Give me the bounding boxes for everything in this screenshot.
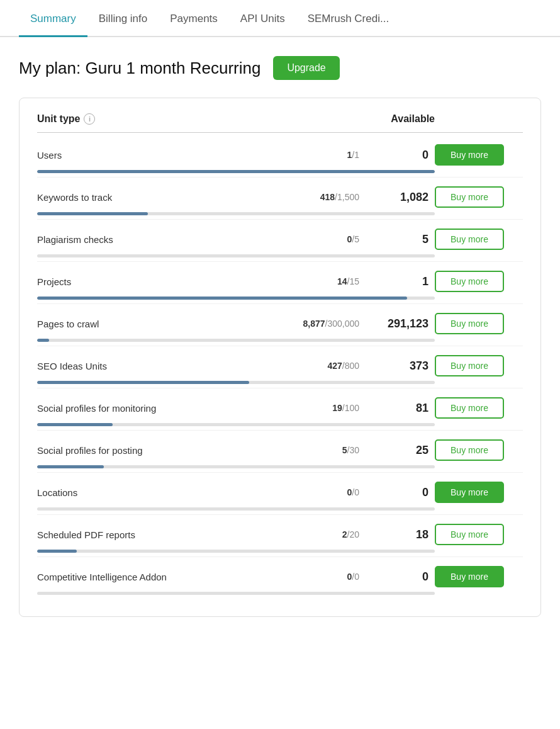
progress-bar-wrap <box>37 297 435 300</box>
col-unit-type: Unit type i <box>37 113 284 125</box>
buy-more-button[interactable]: Buy more <box>435 186 504 208</box>
unit-available: 373 <box>359 359 435 373</box>
buy-more-button[interactable]: Buy more <box>435 313 504 334</box>
unit-available: 0 <box>359 570 435 584</box>
buy-more-button[interactable]: Buy more <box>435 144 504 166</box>
unit-usage: 0/0 <box>284 572 359 582</box>
table-row: SEO Ideas Units 427/800 373 Buy more <box>37 346 523 388</box>
unit-name: Locations <box>37 487 284 498</box>
progress-bar-fill <box>37 465 104 468</box>
table-row: Social profiles for monitoring 19/100 81… <box>37 388 523 431</box>
progress-bar-wrap <box>37 592 435 595</box>
plan-header: My plan: Guru 1 month Recurring Upgrade <box>19 56 541 80</box>
rows-container: Users 1/1 0 Buy more Keywords to track 4… <box>37 135 523 599</box>
upgrade-button[interactable]: Upgrade <box>273 56 339 80</box>
progress-bar-wrap <box>37 465 435 468</box>
tabs-bar: SummaryBilling infoPaymentsAPI UnitsSEMr… <box>0 0 560 37</box>
buy-more-button[interactable]: Buy more <box>435 482 504 503</box>
table-row: Scheduled PDF reports 2/20 18 Buy more <box>37 515 523 557</box>
unit-available: 81 <box>359 402 435 415</box>
unit-available: 1,082 <box>359 191 435 204</box>
table-header: Unit type i Available <box>37 113 523 133</box>
page-content: My plan: Guru 1 month Recurring Upgrade … <box>0 37 560 636</box>
progress-bar-wrap <box>37 507 435 511</box>
buy-more-button[interactable]: Buy more <box>435 524 504 545</box>
table-row: Users 1/1 0 Buy more <box>37 135 523 178</box>
progress-bar-wrap <box>37 170 435 173</box>
unit-name: SEO Ideas Units <box>37 361 284 371</box>
unit-usage: 2/20 <box>284 529 359 540</box>
table-row: Projects 14/15 1 Buy more <box>37 262 523 304</box>
unit-usage: 0/0 <box>284 487 359 497</box>
progress-bar-fill <box>37 212 148 215</box>
unit-available: 5 <box>359 233 435 246</box>
progress-bar-wrap <box>37 381 435 384</box>
progress-bar-wrap <box>37 212 435 215</box>
unit-name: Social profiles for monitoring <box>37 403 284 414</box>
table-row: Plagiarism checks 0/5 5 Buy more <box>37 220 523 262</box>
unit-name: Users <box>37 150 284 161</box>
tab-billing-info[interactable]: Billing info <box>87 0 159 37</box>
unit-available: 18 <box>359 528 435 541</box>
buy-more-button[interactable]: Buy more <box>435 229 504 250</box>
table-row: Social profiles for posting 5/30 25 Buy … <box>37 431 523 473</box>
unit-available: 0 <box>359 486 435 499</box>
progress-bar-wrap <box>37 423 435 426</box>
plan-title: My plan: Guru 1 month Recurring <box>19 59 260 78</box>
info-icon[interactable]: i <box>84 113 95 125</box>
progress-bar-wrap <box>37 254 435 257</box>
buy-more-button[interactable]: Buy more <box>435 439 504 461</box>
unit-available: 1 <box>359 275 435 288</box>
unit-name: Keywords to track <box>37 192 284 203</box>
unit-available: 0 <box>359 149 435 162</box>
progress-bar-fill <box>37 423 113 426</box>
progress-bar-fill <box>37 381 249 384</box>
buy-more-button[interactable]: Buy more <box>435 566 504 587</box>
unit-usage: 8,877/300,000 <box>284 319 359 329</box>
unit-usage: 418/1,500 <box>284 192 359 202</box>
unit-usage: 0/5 <box>284 234 359 244</box>
progress-bar-fill <box>37 339 49 342</box>
unit-usage: 19/100 <box>284 403 359 413</box>
progress-bar-wrap <box>37 550 435 553</box>
table-row: Keywords to track 418/1,500 1,082 Buy mo… <box>37 178 523 220</box>
unit-available: 25 <box>359 444 435 457</box>
units-card: Unit type i Available Users 1/1 0 Buy mo… <box>19 98 541 617</box>
unit-name: Competitive Intelligence Addon <box>37 572 284 582</box>
progress-bar-fill <box>37 170 435 173</box>
table-row: Competitive Intelligence Addon 0/0 0 Buy… <box>37 557 523 599</box>
progress-bar-fill <box>37 297 407 300</box>
unit-usage: 5/30 <box>284 445 359 455</box>
tab-api-units[interactable]: API Units <box>229 0 296 37</box>
unit-usage: 14/15 <box>284 276 359 286</box>
col-available: Available <box>359 113 435 125</box>
unit-name: Projects <box>37 276 284 287</box>
tab-payments[interactable]: Payments <box>159 0 229 37</box>
tab-semrush-credi[interactable]: SEMrush Credi... <box>296 0 400 37</box>
unit-usage: 427/800 <box>284 361 359 371</box>
unit-name: Scheduled PDF reports <box>37 529 284 540</box>
buy-more-button[interactable]: Buy more <box>435 355 504 376</box>
unit-available: 291,123 <box>359 317 435 331</box>
table-row: Locations 0/0 0 Buy more <box>37 473 523 515</box>
unit-name: Plagiarism checks <box>37 234 284 245</box>
unit-usage: 1/1 <box>284 150 359 160</box>
buy-more-button[interactable]: Buy more <box>435 397 504 419</box>
buy-more-button[interactable]: Buy more <box>435 271 504 292</box>
progress-bar-fill <box>37 550 77 553</box>
tab-summary[interactable]: Summary <box>19 0 87 37</box>
table-row: Pages to crawl 8,877/300,000 291,123 Buy… <box>37 304 523 346</box>
unit-name: Social profiles for posting <box>37 445 284 456</box>
unit-name: Pages to crawl <box>37 319 284 329</box>
progress-bar-wrap <box>37 339 435 342</box>
